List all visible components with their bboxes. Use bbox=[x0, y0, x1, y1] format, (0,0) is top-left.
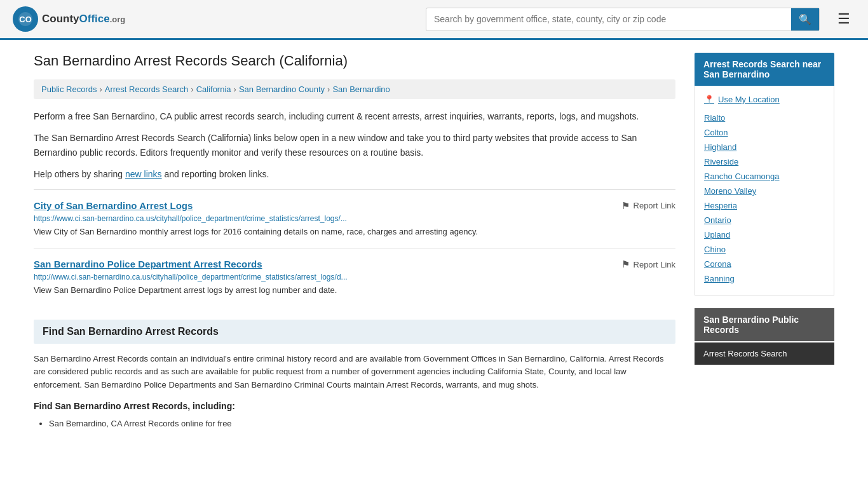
result-title-2[interactable]: San Bernardino Police Department Arrest … bbox=[34, 259, 262, 269]
find-bullets: San Bernardino, CA Arrest Records online… bbox=[34, 416, 675, 431]
intro-para1: Perform a free San Bernardino, CA public… bbox=[34, 109, 675, 123]
hamburger-icon: ☰ bbox=[837, 11, 850, 27]
sidebar-nearby-box: 📍 Use My Location Rialto Colton Highland… bbox=[695, 86, 834, 295]
main-container: San Bernardino Arrest Records Search (Ca… bbox=[21, 40, 847, 444]
search-input[interactable] bbox=[426, 9, 791, 29]
result-header-2: San Bernardino Police Department Arrest … bbox=[34, 259, 675, 270]
flag-icon-1: ⚑ bbox=[621, 200, 630, 212]
sidebar-nearby-title: Arrest Records Search near San Bernardin… bbox=[695, 53, 834, 86]
intro-para3-start: Help others by sharing bbox=[34, 169, 125, 179]
sidebar-link-rancho-cucamonga[interactable]: Rancho Cucamonga bbox=[704, 169, 825, 184]
sidebar-link-chino[interactable]: Chino bbox=[704, 242, 825, 257]
new-links-link[interactable]: new links bbox=[125, 169, 162, 179]
sidebar-link-ontario[interactable]: Ontario bbox=[704, 213, 825, 227]
result-card-1: City of San Bernardino Arrest Logs ⚑ Rep… bbox=[34, 189, 675, 248]
sidebar-arrest-records-btn[interactable]: Arrest Records Search bbox=[695, 342, 834, 365]
sidebar-link-hesperia[interactable]: Hesperia bbox=[704, 198, 825, 213]
breadcrumb-arrest-records-search[interactable]: Arrest Records Search bbox=[105, 85, 189, 94]
site-header: CO CountyOffice.org 🔍 ☰ bbox=[0, 0, 868, 40]
result-url-2: http://www.ci.san-bernardino.ca.us/cityh… bbox=[34, 273, 466, 281]
sidebar-link-upland[interactable]: Upland bbox=[704, 227, 825, 242]
breadcrumb-sep-1: › bbox=[99, 85, 102, 94]
search-button[interactable]: 🔍 bbox=[791, 8, 819, 30]
search-icon: 🔍 bbox=[799, 14, 811, 25]
sidebar-link-banning[interactable]: Banning bbox=[704, 271, 825, 286]
breadcrumb-california[interactable]: California bbox=[196, 85, 231, 94]
breadcrumb-county[interactable]: San Bernardino County bbox=[239, 85, 325, 94]
logo-text: CountyOffice.org bbox=[42, 13, 125, 25]
use-location-label: Use My Location bbox=[718, 95, 780, 104]
find-section-body: San Bernardino Arrest Records contain an… bbox=[34, 353, 675, 392]
sidebar-public-records-title: San Bernardino Public Records bbox=[695, 308, 834, 341]
intro-para2: The San Bernardino Arrest Records Search… bbox=[34, 131, 675, 159]
breadcrumb-sep-3: › bbox=[234, 85, 236, 94]
result-desc-1: View City of San Bernardino monthly arre… bbox=[34, 226, 675, 238]
result-card-2: San Bernardino Police Department Arrest … bbox=[34, 248, 675, 307]
result-header-1: City of San Bernardino Arrest Logs ⚑ Rep… bbox=[34, 200, 675, 212]
use-location-btn[interactable]: 📍 Use My Location bbox=[704, 95, 825, 104]
find-sub-heading: Find San Bernardino Arrest Records, incl… bbox=[34, 401, 675, 411]
logo-area: CO CountyOffice.org bbox=[13, 6, 140, 32]
page-title: San Bernardino Arrest Records Search (Ca… bbox=[34, 53, 675, 69]
sidebar-link-corona[interactable]: Corona bbox=[704, 257, 825, 271]
sidebar-link-moreno-valley[interactable]: Moreno Valley bbox=[704, 184, 825, 198]
sidebar-link-highland[interactable]: Highland bbox=[704, 140, 825, 154]
bullet-item-1: San Bernardino, CA Arrest Records online… bbox=[49, 416, 675, 431]
sidebar-link-rialto[interactable]: Rialto bbox=[704, 111, 825, 125]
report-label-1: Report Link bbox=[634, 201, 675, 210]
result-desc-2: View San Bernardino Police Department ar… bbox=[34, 284, 675, 297]
breadcrumb: Public Records › Arrest Records Search ›… bbox=[34, 79, 675, 99]
breadcrumb-public-records[interactable]: Public Records bbox=[41, 85, 97, 94]
logo-icon: CO bbox=[13, 6, 38, 32]
result-url-1: https://www.ci.san-bernardino.ca.us/city… bbox=[34, 214, 466, 223]
menu-button[interactable]: ☰ bbox=[832, 8, 855, 30]
breadcrumb-sep-2: › bbox=[191, 85, 193, 94]
result-title-1[interactable]: City of San Bernardino Arrest Logs bbox=[34, 200, 193, 211]
intro-para3: Help others by sharing new links and rep… bbox=[34, 167, 675, 181]
intro-para3-end: and reporting broken links. bbox=[162, 169, 269, 179]
sidebar-link-colton[interactable]: Colton bbox=[704, 125, 825, 140]
report-label-2: Report Link bbox=[634, 260, 675, 269]
search-bar: 🔍 bbox=[426, 8, 820, 31]
sidebar: Arrest Records Search near San Bernardin… bbox=[695, 53, 834, 431]
flag-icon-2: ⚑ bbox=[621, 259, 630, 270]
content-area: San Bernardino Arrest Records Search (Ca… bbox=[34, 53, 675, 431]
find-section-heading: Find San Bernardino Arrest Records bbox=[34, 320, 675, 344]
report-link-1[interactable]: ⚑ Report Link bbox=[621, 200, 675, 212]
location-pin-icon: 📍 bbox=[704, 95, 714, 104]
report-link-2[interactable]: ⚑ Report Link bbox=[621, 259, 675, 270]
svg-text:CO: CO bbox=[19, 15, 32, 24]
breadcrumb-city[interactable]: San Bernardino bbox=[332, 85, 390, 94]
sidebar-link-riverside[interactable]: Riverside bbox=[704, 154, 825, 169]
breadcrumb-sep-4: › bbox=[327, 85, 330, 94]
